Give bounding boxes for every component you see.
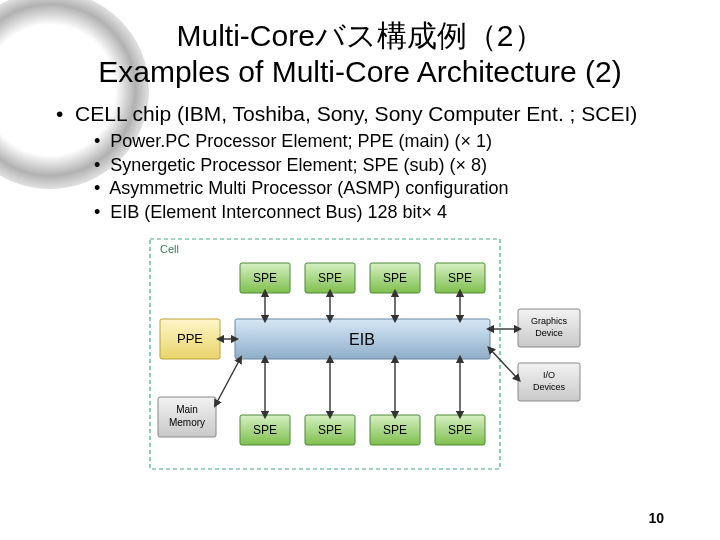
sub-bullet: • Synergetic Processor Element; SPE (sub… xyxy=(94,154,680,177)
svg-text:I/O: I/O xyxy=(543,370,555,380)
svg-text:SPE: SPE xyxy=(448,271,472,285)
svg-text:SPE: SPE xyxy=(383,423,407,437)
eib-label: EIB xyxy=(349,331,375,348)
svg-text:Graphics: Graphics xyxy=(531,316,568,326)
svg-text:Device: Device xyxy=(535,328,563,338)
cell-label: Cell xyxy=(160,243,179,255)
slide-title: Multi-Coreバス構成例（2） Examples of Multi-Cor… xyxy=(30,18,690,90)
svg-text:SPE: SPE xyxy=(383,271,407,285)
architecture-diagram: Cell SPE SPE SPE SPE PPE EIB SPE SPE SPE… xyxy=(0,229,720,483)
bullet-list: • CELL chip (IBM, Toshiba, Sony, Sony Co… xyxy=(56,102,680,223)
svg-text:SPE: SPE xyxy=(318,423,342,437)
sub-bullet: • Asymmetric Multi Processor (ASMP) conf… xyxy=(94,177,680,200)
title-line-1: Multi-Coreバス構成例（2） xyxy=(176,19,543,52)
svg-text:Devices: Devices xyxy=(533,382,566,392)
page-number: 10 xyxy=(648,510,664,526)
svg-text:SPE: SPE xyxy=(448,423,472,437)
ppe-label: PPE xyxy=(177,331,203,346)
svg-text:SPE: SPE xyxy=(253,271,277,285)
sub-bullet: • EIB (Element Interconnect Bus) 128 bit… xyxy=(94,201,680,224)
svg-text:SPE: SPE xyxy=(318,271,342,285)
title-line-2: Examples of Multi-Core Architecture (2) xyxy=(98,55,622,88)
svg-text:Memory: Memory xyxy=(169,417,205,428)
sub-bullet-list: • Power.PC Processor Element; PPE (main)… xyxy=(94,130,680,223)
sub-bullet: • Power.PC Processor Element; PPE (main)… xyxy=(94,130,680,153)
svg-text:SPE: SPE xyxy=(253,423,277,437)
svg-text:Main: Main xyxy=(176,404,198,415)
bullet-main: • CELL chip (IBM, Toshiba, Sony, Sony Co… xyxy=(56,102,680,126)
